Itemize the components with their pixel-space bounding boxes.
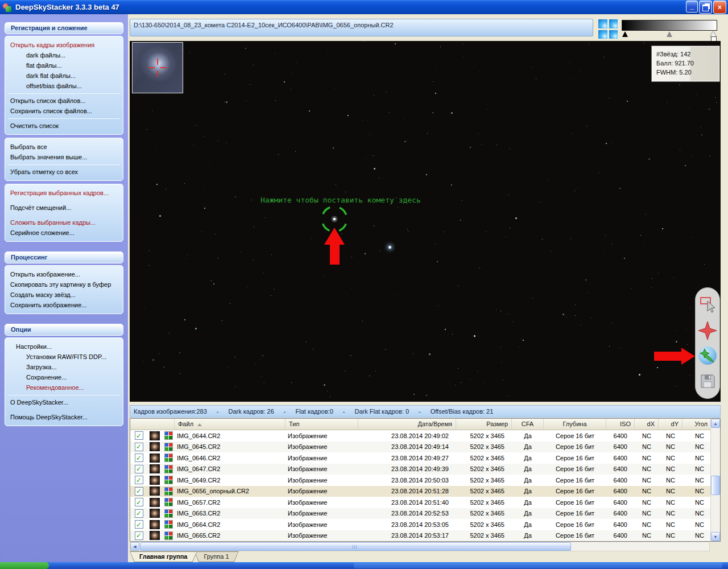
table-row[interactable]: ✓ IMG_0649.CR2 Изображение 23.08.2014 20… [130, 475, 712, 486]
sidebar-item[interactable]: Открыть изображение... [8, 269, 120, 279]
panels-grid-icon[interactable] [598, 19, 618, 39]
col-dx[interactable]: dX [635, 419, 659, 430]
table-row[interactable]: ✓ IMG_0664.CR2 Изображение 23.08.2014 20… [130, 519, 712, 530]
sidebar-item[interactable]: Открыть список файлов... [8, 93, 120, 106]
row-checkbox[interactable]: ✓ [135, 476, 143, 484]
col-dy[interactable]: dY [659, 419, 682, 430]
save-image-tool[interactable] [697, 370, 718, 392]
table-row[interactable]: ✓ IMG_0647.CR2 Изображение 23.08.2014 20… [130, 464, 712, 475]
col-size[interactable]: Размер [456, 419, 512, 430]
table-row[interactable]: ✓ IMG_0656_опорный.CR2 Изображение 23.08… [130, 486, 712, 497]
cell-datetime: 23.08.2014 20:49:39 [358, 465, 456, 472]
close-button[interactable]: × [713, 1, 726, 14]
sidebar-item[interactable]: flat файлы... [8, 60, 120, 71]
cell-depth: Серое 16 бит [544, 477, 606, 484]
check-icon: ✓ [136, 533, 142, 538]
row-checkbox[interactable]: ✓ [135, 443, 143, 451]
cell-size: 5202 x 3465 [456, 443, 512, 450]
sidebar-item[interactable]: Убрать отметку со всех [8, 164, 120, 177]
sidebar-item[interactable]: Выбрать все [8, 142, 120, 152]
sidebar-group-selection: Выбрать всеВыбрать значения выше...Убрат… [5, 138, 123, 181]
sidebar-item[interactable]: Сохранить список файлов... [8, 106, 120, 116]
cell-angle: NC [682, 510, 712, 517]
sidebar-item[interactable]: Создать маску звёзд... [8, 290, 120, 300]
thumbnail-icon [150, 509, 160, 518]
sidebar-item[interactable]: Установки RAW/FITS DDP... [8, 352, 120, 362]
scroll-down-button[interactable]: ▼ [711, 532, 720, 541]
taskbar-item[interactable] [354, 563, 722, 568]
sidebar-item[interactable]: Скопировать эту картинку в буфер [8, 279, 120, 290]
table-row[interactable]: ✓ IMG_0646.CR2 Изображение 23.08.2014 20… [130, 452, 712, 464]
sidebar-group-options: Настройки...Установки RAW/FITS DDP...Заг… [5, 337, 123, 426]
score-value: Балл: 921.70 [656, 59, 719, 68]
midtone-slider[interactable] [667, 31, 672, 37]
thumbnail-icon [150, 442, 160, 451]
sidebar-item[interactable]: О DeepSkyStacker... [8, 395, 120, 407]
scroll-left-button[interactable]: ◀ [130, 542, 139, 551]
row-checkbox[interactable]: ✓ [135, 531, 143, 540]
restore-icon [702, 5, 709, 11]
row-checkbox[interactable]: ✓ [135, 520, 143, 529]
scroll-up-button[interactable]: ▲ [711, 419, 720, 428]
col-datetime[interactable]: Дата/Время [358, 419, 456, 430]
horizontal-scroll-thumb[interactable] [140, 542, 571, 551]
row-checkbox[interactable]: ✓ [135, 509, 143, 518]
cell-angle: NC [682, 432, 712, 439]
horizontal-scrollbar[interactable]: ◀ [130, 542, 710, 551]
col-depth[interactable]: Глубина [544, 419, 606, 430]
check-icon: ✓ [136, 510, 142, 516]
cell-iso: 6400 [606, 510, 635, 517]
restore-button[interactable] [699, 1, 712, 14]
edit-select-tool[interactable] [697, 294, 718, 316]
sidebar-item[interactable]: dark flat файлы... [8, 71, 120, 81]
content-area: D:\130-650\2014_08_23_комета C2014-E2_10… [128, 14, 728, 562]
table-row[interactable]: ✓ IMG_0665.CR2 Изображение 23.08.2014 20… [130, 530, 712, 542]
col-iso[interactable]: ISO [606, 419, 635, 430]
cell-type: Изображение [286, 521, 358, 528]
sidebar-item[interactable]: offset/bias файлы... [8, 81, 120, 91]
sidebar-item[interactable]: Сохранить изображение... [8, 300, 120, 310]
thumbnail-icon [150, 431, 160, 440]
sidebar-item[interactable]: Выбрать значения выше... [8, 152, 120, 162]
row-checkbox[interactable]: ✓ [135, 453, 143, 462]
sidebar-item[interactable]: Открыть кадры изображения [8, 40, 120, 50]
sidebar-item[interactable]: Сложить выбранные кадры... [8, 217, 120, 228]
comet-mode-tool[interactable] [697, 345, 718, 366]
star-mode-tool[interactable] [697, 320, 718, 341]
minimize-button[interactable]: _ [686, 1, 698, 13]
sidebar-item[interactable]: Загрузка... [8, 362, 120, 372]
start-button-fragment[interactable] [0, 562, 49, 569]
col-file[interactable]: Файл [175, 419, 286, 430]
sidebar-item[interactable]: Подсчёт смещений... [8, 203, 120, 213]
group-tab[interactable]: Главная группа [130, 551, 197, 562]
sidebar-item[interactable]: Настройки... [8, 341, 120, 352]
sidebar-item[interactable]: Помощь DeepSkyStacker... [8, 412, 120, 422]
cell-dy: NC [659, 510, 682, 517]
image-canvas[interactable]: #Звёзд: 142 Балл: 921.70 FWHM: 5.20 Нажм… [130, 41, 721, 402]
sidebar-item[interactable]: Рекомендованное... [8, 382, 120, 393]
row-checkbox[interactable]: ✓ [135, 465, 143, 473]
table-row[interactable]: ✓ IMG_0657.CR2 Изображение 23.08.2014 20… [130, 497, 712, 508]
sort-asc-icon [197, 423, 202, 426]
cell-depth: Серое 16 бит [544, 443, 606, 450]
table-row[interactable]: ✓ IMG_0663.CR2 Изображение 23.08.2014 20… [130, 508, 712, 519]
table-row[interactable]: ✓ IMG_0644.CR2 Изображение 23.08.2014 20… [130, 430, 712, 442]
sidebar-group-stacking: Регистрация выбранных кадров...Подсчёт с… [5, 184, 123, 242]
row-checkbox[interactable]: ✓ [135, 498, 143, 506]
sidebar-item[interactable]: Серийное сложение... [8, 228, 120, 238]
vertical-scroll-thumb[interactable] [711, 476, 720, 495]
vertical-scrollbar[interactable]: ▲ ▼ [710, 419, 720, 541]
row-checkbox[interactable]: ✓ [135, 487, 143, 496]
sidebar-item[interactable]: Сохранение... [8, 372, 120, 382]
sidebar-item[interactable]: Очистить список [8, 118, 120, 131]
sidebar-item[interactable]: Регистрация выбранных кадров... [8, 188, 120, 198]
col-cfa[interactable]: CFA [512, 419, 544, 430]
table-row[interactable]: ✓ IMG_0645.CR2 Изображение 23.08.2014 20… [130, 442, 712, 453]
file-path-bar[interactable]: D:\130-650\2014_08_23_комета C2014-E2_10… [130, 19, 593, 36]
col-angle[interactable]: Угол [682, 419, 712, 430]
black-level-slider[interactable] [622, 31, 628, 37]
row-checkbox[interactable]: ✓ [135, 431, 143, 440]
sidebar-item[interactable]: dark файлы... [8, 50, 120, 60]
group-tab[interactable]: Группа 1 [194, 551, 238, 562]
col-type[interactable]: Тип [286, 419, 358, 430]
